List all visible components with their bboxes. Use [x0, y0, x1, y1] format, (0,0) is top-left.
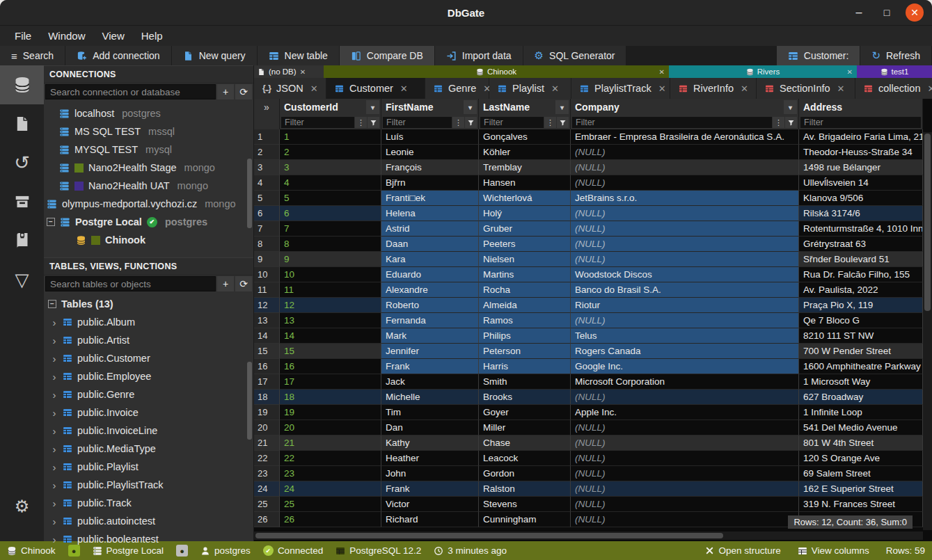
grid-cell[interactable]: Ramos: [479, 313, 571, 328]
menu-item-help[interactable]: Help: [134, 28, 171, 44]
grid-cell[interactable]: 25: [280, 497, 381, 512]
grid-cell[interactable]: (NULL): [571, 313, 799, 328]
filter-input[interactable]: Filter: [383, 117, 452, 128]
grid-cell[interactable]: Stevens: [479, 497, 571, 512]
row-number[interactable]: 10: [254, 267, 280, 282]
menu-item-window[interactable]: Window: [40, 28, 93, 44]
grid-cell[interactable]: 13: [280, 313, 381, 328]
grid-cell[interactable]: John: [381, 466, 479, 481]
chevron-right-icon[interactable]: ›: [51, 353, 58, 365]
tab-playlist[interactable]: Playlist✕: [489, 78, 571, 99]
table-item[interactable]: ›public.Invoice: [44, 403, 253, 422]
grid-cell[interactable]: Heather: [381, 451, 479, 466]
toolbar-button-add-connection[interactable]: Add connection: [65, 46, 172, 65]
grid-cell[interactable]: Smith: [479, 374, 571, 390]
grid-cell[interactable]: JetBrains s.r.o.: [571, 191, 799, 206]
table-item[interactable]: ›public.Customer: [44, 349, 253, 367]
grid-cell[interactable]: Roberto: [381, 298, 479, 313]
grid-cell[interactable]: Qe 7 Bloco G: [799, 313, 923, 328]
grid-cell[interactable]: Grétrystraat 63: [799, 237, 923, 252]
table-item[interactable]: ›public.InvoiceLine: [44, 422, 253, 440]
kebab-menu-icon[interactable]: ⋮: [544, 117, 556, 128]
column-header-firstname[interactable]: FirstName▾: [381, 99, 479, 115]
grid-cell[interactable]: Leonie: [381, 145, 479, 160]
tab-group-chinook[interactable]: Chinook✕: [324, 65, 669, 78]
toolbar-button-compare-db[interactable]: Compare DB: [340, 46, 435, 65]
row-number[interactable]: 11: [254, 282, 280, 298]
chevron-right-icon[interactable]: ›: [51, 443, 58, 455]
grid-cell[interactable]: Microsoft Corporation: [571, 374, 799, 390]
tables-plus-button[interactable]: +: [217, 276, 234, 291]
grid-cell[interactable]: Martins: [479, 267, 571, 282]
menu-item-file[interactable]: File: [7, 28, 39, 44]
connections-search-input[interactable]: Search connection or database: [45, 84, 216, 99]
close-icon[interactable]: ✕: [658, 83, 666, 94]
grid-cell[interactable]: 1498 rue Bélanger: [799, 160, 923, 175]
minimize-button[interactable]: [850, 3, 868, 22]
grid-cell[interactable]: (NULL): [571, 390, 799, 405]
connections-refresh-button[interactable]: ⟳: [235, 84, 252, 99]
grid-cell[interactable]: Victor: [381, 497, 479, 512]
connections-scrollbar[interactable]: [247, 159, 252, 228]
row-number[interactable]: 4: [254, 175, 280, 191]
tab-group--no-db-[interactable]: (no DB)✕: [254, 65, 324, 78]
connection-item[interactable]: Nano2Health Stagemongo: [44, 159, 253, 177]
row-number[interactable]: 7: [254, 221, 280, 237]
grid-cell[interactable]: 18: [280, 390, 381, 405]
chevron-right-icon[interactable]: ›: [51, 534, 58, 545]
grid-cell[interactable]: (NULL): [571, 252, 799, 267]
connection-item[interactable]: Chinook: [44, 231, 253, 249]
funnel-icon[interactable]: [368, 117, 379, 128]
toolbar-button-search[interactable]: ≡Search: [0, 46, 65, 65]
grid-cell[interactable]: Eduardo: [381, 267, 479, 282]
grid-cell[interactable]: Banco do Brasil S.A.: [571, 282, 799, 298]
add-connection-plus-button[interactable]: +: [217, 84, 234, 99]
grid-cell[interactable]: 12: [280, 298, 381, 313]
grid-cell[interactable]: (NULL): [571, 206, 799, 221]
grid-cell[interactable]: 5: [280, 191, 381, 206]
table-item[interactable]: ›public.Employee: [44, 367, 253, 385]
grid-cell[interactable]: (NULL): [571, 466, 799, 481]
row-number[interactable]: 14: [254, 328, 280, 344]
tab-group-test1[interactable]: test1: [857, 65, 932, 78]
row-number[interactable]: 3: [254, 160, 280, 175]
grid-cell[interactable]: 69 Salem Street: [799, 466, 923, 481]
row-number[interactable]: 26: [254, 512, 280, 527]
grid-cell[interactable]: 120 S Orange Ave: [799, 451, 923, 466]
grid-cell[interactable]: 3: [280, 160, 381, 175]
table-item[interactable]: ›public.Genre: [44, 385, 253, 403]
grid-cell[interactable]: Franti□ek: [381, 191, 479, 206]
filter-input[interactable]: Filter: [480, 117, 544, 128]
close-icon[interactable]: ✕: [310, 83, 318, 94]
row-number[interactable]: 18: [254, 390, 280, 405]
grid-cell[interactable]: (NULL): [571, 420, 799, 435]
grid-cell[interactable]: 16: [280, 359, 381, 374]
toolbar-button-sql-generator[interactable]: ⚙SQL Generator: [523, 46, 627, 65]
chevron-right-icon[interactable]: ›: [51, 497, 58, 509]
grid-cell[interactable]: 17: [280, 374, 381, 390]
grid-cell[interactable]: Wichterlová: [479, 191, 571, 206]
row-number[interactable]: 25: [254, 497, 280, 512]
grid-cell[interactable]: 1600 Amphitheatre Parkway: [799, 359, 923, 374]
close-icon[interactable]: ✕: [837, 83, 845, 94]
funnel-icon[interactable]: [557, 117, 569, 128]
grid-cell[interactable]: 10: [280, 267, 381, 282]
grid-cell[interactable]: Nielsen: [479, 252, 571, 267]
grid-cell[interactable]: 801 W 4th Street: [799, 435, 923, 451]
row-number[interactable]: 1: [254, 129, 280, 145]
kebab-menu-icon[interactable]: ⋮: [773, 117, 784, 128]
grid-cell[interactable]: Daan: [381, 237, 479, 252]
row-number[interactable]: 17: [254, 374, 280, 390]
grid-cell[interactable]: 23: [280, 466, 381, 481]
grid-cell[interactable]: Almeida: [479, 298, 571, 313]
collapse-icon[interactable]: −: [47, 218, 55, 226]
chevron-right-icon[interactable]: ›: [51, 317, 58, 328]
grid-cell[interactable]: Rua Dr. Falcăo Filho, 155: [799, 267, 923, 282]
close-button[interactable]: [906, 3, 924, 22]
toolbar-button-new-query[interactable]: New query: [172, 46, 258, 65]
grid-cell[interactable]: Av. Paulista, 2022: [799, 282, 923, 298]
grid-cell[interactable]: Praça Pio X, 119: [799, 298, 923, 313]
row-number[interactable]: 15: [254, 344, 280, 359]
chevron-right-icon[interactable]: ›: [51, 461, 58, 473]
grid-cell[interactable]: Woodstock Discos: [571, 267, 799, 282]
